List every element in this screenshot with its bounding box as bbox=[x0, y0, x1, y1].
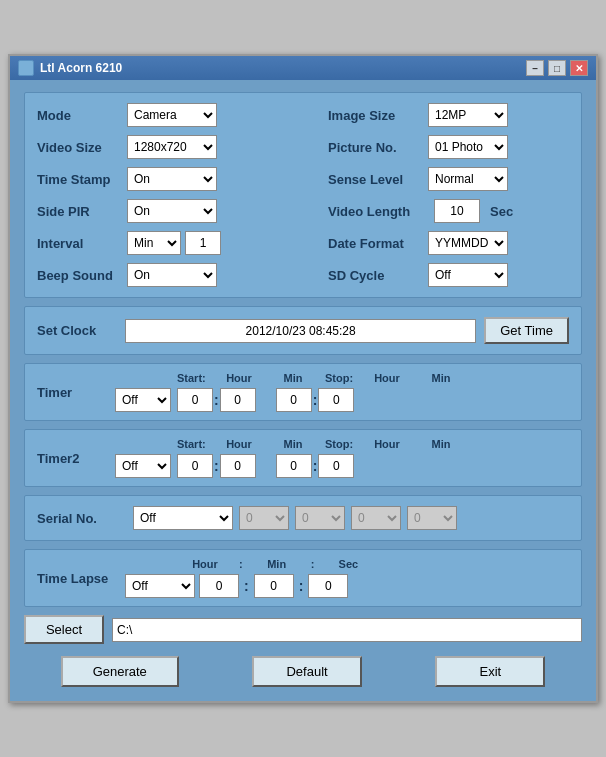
serialno-select[interactable]: Off bbox=[133, 506, 233, 530]
sec-label: Sec bbox=[490, 204, 513, 219]
tl-sec-label: Sec bbox=[328, 558, 368, 570]
timer2-section: Timer2 Start: Hour Min Stop: bbox=[24, 429, 582, 487]
row-interval-dateformat: Interval Min Date Format YYMMDD bbox=[37, 231, 569, 255]
dateformat-label: Date Format bbox=[328, 236, 428, 251]
sdcycle-label: SD Cycle bbox=[328, 268, 428, 283]
tl-min-label: Min bbox=[257, 558, 297, 570]
clock-input[interactable] bbox=[125, 319, 476, 343]
videolength-input[interactable] bbox=[434, 199, 480, 223]
row-mode-imagesize: Mode Camera Image Size 12MP bbox=[37, 103, 569, 127]
path-input[interactable] bbox=[112, 618, 582, 642]
timer-stop-hour-label: Hour bbox=[374, 372, 400, 384]
timelapse-min-input[interactable] bbox=[254, 574, 294, 598]
sidepir-select[interactable]: On bbox=[127, 199, 217, 223]
tl-colon-label1: : bbox=[239, 558, 243, 570]
timer2-off-select[interactable]: Off bbox=[115, 454, 171, 478]
timer2-colon2: : bbox=[312, 458, 319, 474]
select-button[interactable]: Select bbox=[24, 615, 104, 644]
row-timestamp-senselevel: Time Stamp On Sense Level Normal bbox=[37, 167, 569, 191]
senselevel-select[interactable]: Normal bbox=[428, 167, 508, 191]
beep-label: Beep Sound bbox=[37, 268, 127, 283]
tl-hour-label: Hour bbox=[185, 558, 225, 570]
timer-min-label: Min bbox=[284, 372, 303, 384]
timer2-start-min-input[interactable] bbox=[220, 454, 256, 478]
mode-select[interactable]: Camera bbox=[127, 103, 217, 127]
settings-section: Mode Camera Image Size 12MP Video Size bbox=[24, 92, 582, 298]
main-content: Mode Camera Image Size 12MP Video Size bbox=[10, 80, 596, 701]
timer2-label: Timer2 bbox=[37, 451, 79, 466]
sidepir-label: Side PIR bbox=[37, 204, 127, 219]
serialno-f1-select[interactable]: 0 bbox=[239, 506, 289, 530]
serialno-label: Serial No. bbox=[37, 511, 127, 526]
imagesize-select[interactable]: 12MP bbox=[428, 103, 508, 127]
close-button[interactable]: ✕ bbox=[570, 60, 588, 76]
maximize-button[interactable]: □ bbox=[548, 60, 566, 76]
tl-colon2: : bbox=[298, 578, 305, 594]
exit-button[interactable]: Exit bbox=[435, 656, 545, 687]
row-beep-sdcycle: Beep Sound On SD Cycle Off bbox=[37, 263, 569, 287]
sdcycle-select[interactable]: Off bbox=[428, 263, 508, 287]
videosize-select[interactable]: 1280x720 bbox=[127, 135, 217, 159]
default-button[interactable]: Default bbox=[252, 656, 362, 687]
beep-select[interactable]: On bbox=[127, 263, 217, 287]
main-window: Ltl Acorn 6210 – □ ✕ Mode Camera Image S… bbox=[8, 54, 598, 703]
timer-stop-min-label: Min bbox=[432, 372, 451, 384]
timer-stop-header: Stop: bbox=[325, 372, 367, 384]
tl-colon1: : bbox=[243, 578, 250, 594]
window-controls: – □ ✕ bbox=[526, 60, 588, 76]
get-time-button[interactable]: Get Time bbox=[484, 317, 569, 344]
timer2-stop-header: Stop: bbox=[325, 438, 367, 450]
footer-buttons: Generate Default Exit bbox=[24, 652, 582, 689]
timer-off-select[interactable]: Off bbox=[115, 388, 171, 412]
mode-label: Mode bbox=[37, 108, 127, 123]
interval-value-input[interactable] bbox=[185, 231, 221, 255]
timer-colon2: : bbox=[312, 392, 319, 408]
timer2-colon1: : bbox=[213, 458, 220, 474]
timelapse-hour-input[interactable] bbox=[199, 574, 239, 598]
timestamp-select[interactable]: On bbox=[127, 167, 217, 191]
timer2-stop-min-input[interactable] bbox=[318, 454, 354, 478]
timestamp-label: Time Stamp bbox=[37, 172, 127, 187]
timer-hour-label: Hour bbox=[226, 372, 252, 384]
serialno-f2-select[interactable]: 0 bbox=[295, 506, 345, 530]
videosize-label: Video Size bbox=[37, 140, 127, 155]
generate-button[interactable]: Generate bbox=[61, 656, 179, 687]
timer-colon1: : bbox=[213, 392, 220, 408]
minimize-button[interactable]: – bbox=[526, 60, 544, 76]
row-videosize-picno: Video Size 1280x720 Picture No. 01 Photo bbox=[37, 135, 569, 159]
timer-section: Timer Start: Hour Min Stop: bbox=[24, 363, 582, 421]
path-section: Select bbox=[24, 615, 582, 644]
serialno-section: Serial No. Off 0 0 0 0 bbox=[24, 495, 582, 541]
serialno-f3-select[interactable]: 0 bbox=[351, 506, 401, 530]
picno-label: Picture No. bbox=[328, 140, 428, 155]
titlebar: Ltl Acorn 6210 – □ ✕ bbox=[10, 56, 596, 80]
timer2-stop-hour-input[interactable] bbox=[276, 454, 312, 478]
clock-section: Set Clock Get Time bbox=[24, 306, 582, 355]
timelapse-label: Time Lapse bbox=[37, 571, 108, 586]
interval-label: Interval bbox=[37, 236, 127, 251]
row-sidepir-videolength: Side PIR On Video Length Sec bbox=[37, 199, 569, 223]
timer-start-hour-input[interactable] bbox=[177, 388, 213, 412]
serialno-f4-select[interactable]: 0 bbox=[407, 506, 457, 530]
senselevel-label: Sense Level bbox=[328, 172, 428, 187]
timelapse-off-select[interactable]: Off bbox=[125, 574, 195, 598]
timer-start-header: Start: bbox=[177, 372, 219, 384]
interval-unit-select[interactable]: Min bbox=[127, 231, 181, 255]
timer2-start-header: Start: bbox=[177, 438, 219, 450]
window-title: Ltl Acorn 6210 bbox=[40, 61, 122, 75]
timelapse-section: Time Lapse Hour : Min : Sec Off bbox=[24, 549, 582, 607]
timer-stop-min-input[interactable] bbox=[318, 388, 354, 412]
imagesize-label: Image Size bbox=[328, 108, 428, 123]
tl-colon-label2: : bbox=[311, 558, 315, 570]
videolength-label: Video Length bbox=[328, 204, 428, 219]
app-icon bbox=[18, 60, 34, 76]
picno-select[interactable]: 01 Photo bbox=[428, 135, 508, 159]
timelapse-sec-input[interactable] bbox=[308, 574, 348, 598]
timer-label: Timer bbox=[37, 385, 72, 400]
timer-start-min-input[interactable] bbox=[220, 388, 256, 412]
timer-stop-hour-input[interactable] bbox=[276, 388, 312, 412]
timer2-start-hour-input[interactable] bbox=[177, 454, 213, 478]
dateformat-select[interactable]: YYMMDD bbox=[428, 231, 508, 255]
clock-label: Set Clock bbox=[37, 323, 117, 338]
